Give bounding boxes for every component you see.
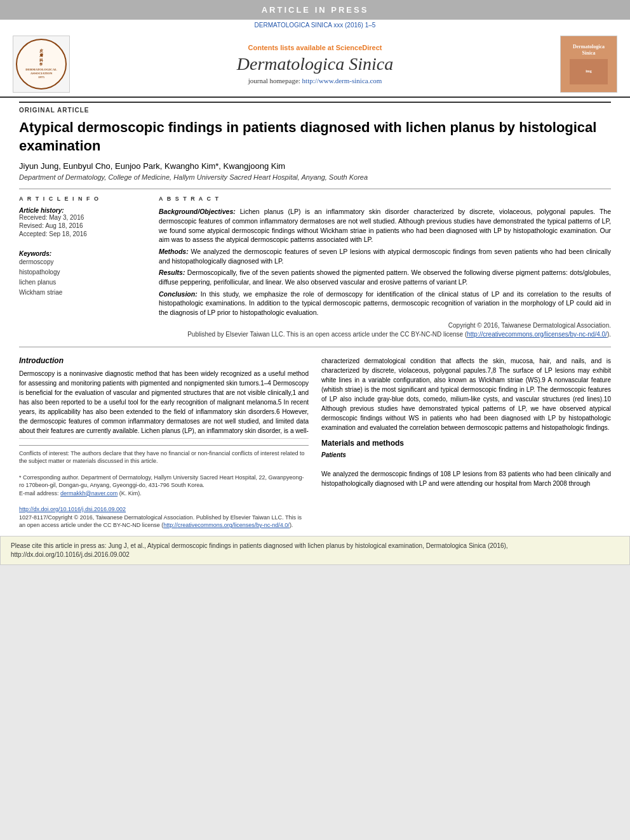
doi-link[interactable]: http://dx.doi.org/10.1016/j.dsi.2016.09.… bbox=[19, 506, 126, 512]
results-label: Results: bbox=[159, 269, 185, 276]
introduction-paragraph1: Dermoscopy is a noninvasive diagnostic m… bbox=[19, 369, 309, 436]
methods-text: We analyzed the dermoscopic features of … bbox=[159, 248, 611, 265]
journal-homepage: journal homepage: http://www.derm-sinica… bbox=[83, 77, 547, 84]
corresponding-text: * Corresponding author. Department of De… bbox=[19, 474, 309, 490]
issn-url-link[interactable]: http://creativecommons.org/licenses/by-n… bbox=[163, 522, 290, 528]
body-section: Introduction Dermoscopy is a noninvasive… bbox=[19, 347, 611, 530]
copyright-block: Copyright © 2016, Taiwanese Dermatologic… bbox=[159, 321, 611, 339]
results-text: Dermoscopically, five of the seven patie… bbox=[159, 269, 611, 286]
methods-label: Methods: bbox=[159, 248, 189, 255]
copyright-text: Copyright © 2016, Taiwanese Dermatologic… bbox=[159, 321, 611, 330]
footnote-area: Conflicts of interest: The authors decla… bbox=[19, 445, 309, 530]
science-direct-line: Contents lists available at ScienceDirec… bbox=[83, 44, 547, 51]
published-text: Published by Elsevier Taiwan LLC. This i… bbox=[159, 330, 611, 339]
body-left-column: Introduction Dermoscopy is a noninvasive… bbox=[19, 356, 309, 530]
conflicts-text: Conflicts of interest: The authors decla… bbox=[19, 450, 309, 465]
doi-line: http://dx.doi.org/10.1016/j.dsi.2016.09.… bbox=[19, 505, 309, 514]
keyword-4: Wickham striae bbox=[19, 288, 146, 298]
introduction-title: Introduction bbox=[19, 356, 309, 365]
email-link[interactable]: dermakkh@naver.com bbox=[60, 490, 117, 497]
footnote-divider bbox=[19, 438, 309, 439]
abstract-text: Background/Objectives: Lichen planus (LP… bbox=[159, 207, 611, 339]
abstract-column: A B S T R A C T Background/Objectives: L… bbox=[159, 196, 611, 339]
email-prefix: E-mail address: bbox=[19, 490, 60, 497]
email-suffix: (K. Kim). bbox=[117, 490, 142, 497]
homepage-link[interactable]: http://www.derm-sinica.com bbox=[302, 77, 382, 84]
article-info-heading: A R T I C L E I N F O bbox=[19, 196, 146, 202]
logo-circle: 皮膚科 學 DERMATOLOGICAL ASSOCIATION 1975 bbox=[16, 39, 67, 90]
abstract-results: Results: Dermoscopically, five of the se… bbox=[159, 268, 611, 286]
conclusion-label: Conclusion: bbox=[159, 290, 198, 298]
article-content: ORIGINAL ARTICLE Atypical dermoscopic fi… bbox=[0, 102, 630, 530]
page: ARTICLE IN PRESS DERMATOLOGICA SINICA xx… bbox=[0, 0, 630, 565]
patients-label: Patients bbox=[321, 450, 611, 460]
bottom-bar-text: Please cite this article in press as: Ju… bbox=[11, 542, 619, 559]
keywords-label: Keywords: bbox=[19, 250, 146, 257]
keyword-3: lichen planus bbox=[19, 277, 146, 288]
authors-line: Jiyun Jung, Eunbyul Cho, Eunjoo Park, Kw… bbox=[19, 161, 611, 171]
article-type-label: ORIGINAL ARTICLE bbox=[19, 102, 611, 114]
patients-subsection: Patients We analyzed the dermoscopic fin… bbox=[321, 450, 611, 488]
citation-text: DERMATOLOGICA SINICA xxx (2016) 1–5 bbox=[255, 22, 376, 29]
journal-title: Dermatologica Sinica bbox=[83, 54, 547, 74]
introduction-paragraph2: characterized dermatological condition t… bbox=[321, 356, 611, 432]
published-prefix: Published by Elsevier Taiwan LLC. This i… bbox=[187, 331, 467, 338]
homepage-prefix: journal homepage: bbox=[248, 77, 302, 84]
science-direct-prefix: Contents lists available at bbox=[248, 44, 336, 51]
accepted-date: Accepted: Sep 18, 2016 bbox=[19, 230, 146, 237]
journal-citation: DERMATOLOGICA SINICA xxx (2016) 1–5 bbox=[0, 20, 630, 30]
article-in-press-banner: ARTICLE IN PRESS bbox=[0, 0, 630, 20]
background-label: Background/Objectives: bbox=[159, 208, 236, 215]
keyword-2: histopathology bbox=[19, 267, 146, 277]
materials-methods-section: Materials and methods Patients We analyz… bbox=[321, 439, 611, 488]
conclusion-text: In this study, we emphasize the role of … bbox=[159, 290, 611, 316]
history-label: Article history: bbox=[19, 207, 146, 214]
keywords-list: dermoscopy histopathology lichen planus … bbox=[19, 257, 146, 298]
body-right-column: characterized dermatological condition t… bbox=[321, 356, 611, 530]
published-end: ). bbox=[607, 331, 611, 338]
keyword-1: dermoscopy bbox=[19, 257, 146, 267]
science-direct-label: ScienceDirect bbox=[336, 44, 382, 51]
journal-header: 皮膚科 學 DERMATOLOGICAL ASSOCIATION 1975 Co… bbox=[0, 30, 630, 98]
bottom-citation-bar: Please cite this article in press as: Ju… bbox=[0, 536, 630, 565]
journal-center: Contents lists available at ScienceDirec… bbox=[70, 44, 560, 84]
revised-date: Revised: Aug 18, 2016 bbox=[19, 222, 146, 229]
article-info-abstract-section: A R T I C L E I N F O Article history: R… bbox=[19, 189, 611, 339]
abstract-heading: A B S T R A C T bbox=[159, 196, 611, 202]
issn-end: ). bbox=[290, 522, 293, 528]
email-line: E-mail address: dermakkh@naver.com (K. K… bbox=[19, 490, 309, 498]
license-link[interactable]: http://creativecommons.org/licenses/by-n… bbox=[467, 331, 607, 338]
patients-text: We analyzed the dermoscopic findings of … bbox=[321, 470, 611, 487]
abstract-methods: Methods: We analyzed the dermoscopic fea… bbox=[159, 247, 611, 265]
issn-line: 1027-8117/Copyright © 2016, Taiwanese De… bbox=[19, 514, 309, 530]
banner-text: ARTICLE IN PRESS bbox=[262, 5, 369, 15]
affiliation-text: Department of Dermatology, College of Me… bbox=[19, 173, 611, 181]
received-date: Received: May 3, 2016 bbox=[19, 214, 146, 221]
journal-logo-left: 皮膚科 學 DERMATOLOGICAL ASSOCIATION 1975 bbox=[13, 36, 70, 93]
article-info-column: A R T I C L E I N F O Article history: R… bbox=[19, 196, 146, 339]
abstract-background: Background/Objectives: Lichen planus (LP… bbox=[159, 207, 611, 244]
abstract-conclusion: Conclusion: In this study, we emphasize … bbox=[159, 290, 611, 317]
authors-text: Jiyun Jung, Eunbyul Cho, Eunjoo Park, Kw… bbox=[19, 161, 285, 171]
article-title: Atypical dermoscopic findings in patient… bbox=[19, 119, 611, 155]
journal-logo-right: DermatologicaSinica img bbox=[560, 36, 617, 93]
materials-methods-title: Materials and methods bbox=[321, 439, 611, 448]
